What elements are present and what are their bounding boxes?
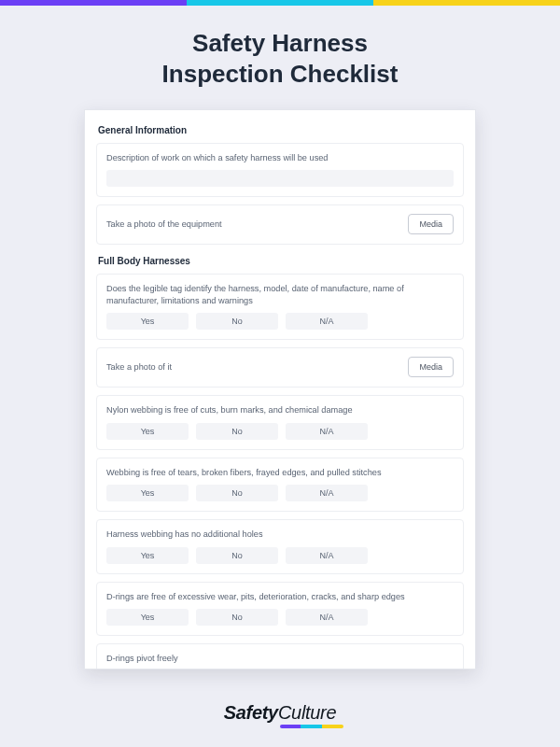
- option-yes[interactable]: Yes: [106, 485, 189, 501]
- question-photo-it: Take a photo of it Media: [96, 347, 464, 388]
- accent-segment-purple: [0, 0, 187, 6]
- section-heading-harnesses: Full Body Harnesses: [96, 252, 464, 274]
- option-row: Yes No N/A: [106, 609, 454, 626]
- section-heading-general: General Information: [96, 121, 464, 143]
- question-drings-pivot: D-rings pivot freely Yes No N/A: [96, 643, 464, 669]
- brand-logo: SafetyCulture: [0, 702, 560, 728]
- option-row: Yes No N/A: [106, 313, 454, 330]
- title-line-1: Safety Harness: [192, 29, 368, 57]
- option-yes[interactable]: Yes: [106, 313, 189, 330]
- option-yes[interactable]: Yes: [106, 547, 189, 564]
- option-na[interactable]: N/A: [286, 547, 368, 564]
- media-button[interactable]: Media: [408, 214, 454, 234]
- option-no[interactable]: No: [196, 485, 278, 501]
- option-na[interactable]: N/A: [286, 313, 368, 330]
- question-description-of-work: Description of work on which a safety ha…: [96, 143, 464, 197]
- question-text: Harness webbing has no additional holes: [106, 529, 454, 540]
- description-input[interactable]: [106, 170, 454, 187]
- question-nylon-webbing: Nylon webbing is free of cuts, burn mark…: [96, 395, 464, 449]
- question-text: D-rings are free of excessive wear, pits…: [106, 591, 454, 602]
- option-no[interactable]: No: [196, 423, 278, 440]
- accent-top-bar: [0, 0, 560, 6]
- question-photo-equipment: Take a photo of the equipment Media: [96, 204, 464, 245]
- option-yes[interactable]: Yes: [106, 609, 189, 626]
- brand-part-1: Safety: [224, 702, 278, 723]
- question-text: Webbing is free of tears, broken fibers,…: [106, 467, 454, 478]
- option-na[interactable]: N/A: [286, 485, 368, 501]
- question-tag-identify: Does the legible tag identify the harnes…: [96, 274, 464, 340]
- question-webbing-tears: Webbing is free of tears, broken fibers,…: [96, 458, 464, 512]
- option-row: Yes No N/A: [106, 547, 454, 564]
- checklist-card: General Information Description of work …: [84, 109, 476, 669]
- option-na[interactable]: N/A: [286, 609, 368, 626]
- question-text: Take a photo of it: [106, 361, 172, 373]
- option-row: Yes No N/A: [106, 423, 454, 440]
- question-text: Take a photo of the equipment: [106, 218, 222, 230]
- option-na[interactable]: N/A: [286, 423, 368, 440]
- option-yes[interactable]: Yes: [106, 423, 189, 440]
- option-no[interactable]: No: [196, 313, 278, 330]
- option-no[interactable]: No: [196, 609, 278, 626]
- accent-segment-cyan: [187, 0, 373, 6]
- brand-underline: [280, 725, 343, 728]
- question-text: D-rings pivot freely: [106, 653, 454, 664]
- question-text: Does the legible tag identify the harnes…: [106, 283, 454, 306]
- title-line-2: Inspection Checklist: [162, 60, 399, 88]
- accent-segment-yellow: [373, 0, 560, 6]
- question-text: Description of work on which a safety ha…: [106, 152, 454, 163]
- option-row: Yes No N/A: [106, 485, 454, 501]
- brand-part-2: Culture: [278, 702, 336, 723]
- question-drings-wear: D-rings are free of excessive wear, pits…: [96, 582, 464, 636]
- media-button[interactable]: Media: [408, 357, 454, 377]
- option-no[interactable]: No: [196, 547, 278, 564]
- question-text: Nylon webbing is free of cuts, burn mark…: [106, 404, 454, 416]
- page-title: Safety Harness Inspection Checklist: [0, 28, 560, 89]
- question-additional-holes: Harness webbing has no additional holes …: [96, 519, 464, 573]
